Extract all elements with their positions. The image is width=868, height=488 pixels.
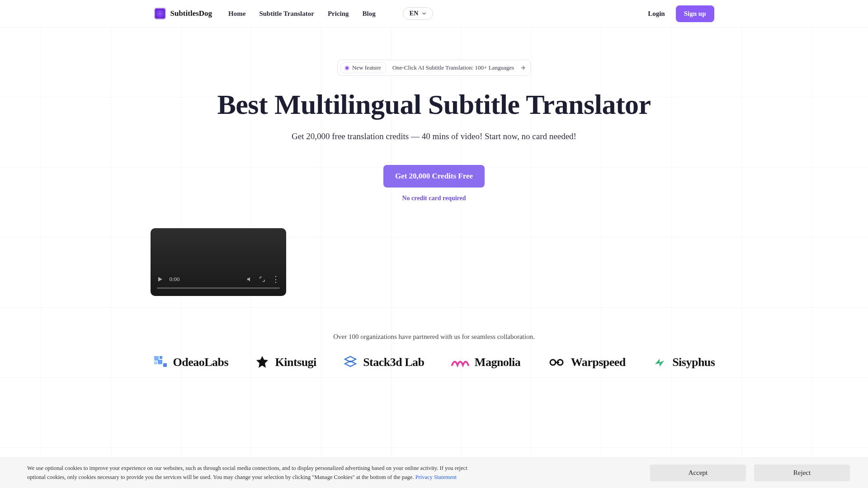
svg-marker-5	[256, 356, 268, 368]
chevron-down-icon	[422, 11, 426, 16]
cookie-body: We use optional cookies to improve your …	[27, 465, 467, 480]
nav-link-subtitle-translator[interactable]: Subtitle Translator	[259, 10, 314, 18]
partner-logo-kintsugi: Kintsugi	[255, 355, 316, 370]
privacy-link[interactable]: Privacy Statement	[415, 474, 457, 480]
odeaolabs-icon	[153, 355, 168, 370]
partner-logo-label: Warpspeed	[571, 356, 626, 369]
brand-logo-icon	[154, 8, 166, 19]
partner-logo-label: Stack3d Lab	[363, 356, 424, 369]
partner-logo-sisyphus: Sisyphus	[652, 355, 715, 370]
play-icon[interactable]	[157, 276, 163, 282]
signup-button[interactable]: Sign up	[676, 5, 714, 22]
kintsugi-icon	[255, 355, 269, 370]
arrow-right-icon	[520, 65, 526, 70]
cookie-accept-button[interactable]: Accept	[650, 465, 746, 481]
partner-logo-label: Sisyphus	[672, 356, 715, 369]
brand-name: SubtitlesDog	[170, 9, 212, 18]
language-value: EN	[410, 10, 418, 17]
pulse-dot-icon	[345, 66, 349, 70]
stackedlab-icon	[343, 355, 358, 370]
partner-logo-label: Kintsugi	[275, 356, 316, 369]
volume-icon[interactable]	[246, 276, 253, 282]
cookie-banner: We use optional cookies to improve your …	[0, 457, 868, 488]
partner-logo-stackedlab: Stack3d Lab	[343, 355, 424, 370]
nav-link-blog[interactable]: Blog	[363, 10, 376, 18]
nav-links: Home Subtitle Translator Pricing Blog EN	[228, 7, 433, 20]
magnolia-icon	[451, 357, 469, 368]
feature-badge-pill-text: New feature	[352, 64, 381, 71]
cta-button[interactable]: Get 20,000 Credits Free	[383, 165, 485, 188]
cookie-reject-button[interactable]: Reject	[754, 465, 850, 481]
partner-logo-label: Magnolia	[475, 356, 520, 369]
partner-logo-magnolia: Magnolia	[451, 356, 520, 369]
video-time: 0:00	[170, 276, 180, 283]
video-more-icon[interactable]: ⋮	[272, 275, 280, 283]
svg-rect-3	[158, 360, 162, 364]
svg-rect-1	[160, 356, 162, 359]
svg-rect-4	[163, 363, 167, 367]
nav-link-pricing[interactable]: Pricing	[328, 10, 349, 18]
partner-logo-label: OdeaoLabs	[173, 356, 229, 369]
partner-logos: OdeaoLabs Kintsugi Stack3d Lab Magnolia	[151, 355, 718, 370]
svg-rect-2	[154, 361, 157, 364]
fullscreen-icon[interactable]	[259, 276, 265, 282]
feature-badge[interactable]: New feature One-Click AI Subtitle Transl…	[337, 60, 531, 76]
partner-logo-warpspeed: Warpspeed	[547, 356, 626, 369]
partners-text: Over 100 organizations have partnered wi…	[151, 333, 718, 341]
warpspeed-icon	[547, 358, 566, 367]
cookie-text: We use optional cookies to improve your …	[27, 464, 470, 482]
hero: New feature One-Click AI Subtitle Transl…	[151, 27, 718, 370]
feature-badge-pill: New feature	[340, 62, 386, 73]
hero-title: Best Multilingual Subtitle Translator	[151, 89, 718, 121]
video-player[interactable]: 0:00 ⋮	[151, 228, 286, 296]
login-link[interactable]: Login	[648, 10, 665, 18]
partner-logo-odeaolabs: OdeaoLabs	[153, 355, 229, 370]
language-select[interactable]: EN	[403, 7, 433, 20]
cta-note: No credit card required	[151, 195, 718, 202]
brand[interactable]: SubtitlesDog	[154, 8, 212, 19]
feature-badge-text: One-Click AI Subtitle Translation: 100+ …	[392, 64, 514, 71]
sisyphus-icon	[652, 355, 667, 370]
video-progress[interactable]	[157, 287, 280, 289]
top-nav: SubtitlesDog Home Subtitle Translator Pr…	[151, 0, 718, 27]
nav-link-home[interactable]: Home	[228, 10, 245, 18]
hero-subtitle: Get 20,000 free translation credits — 40…	[151, 131, 718, 141]
